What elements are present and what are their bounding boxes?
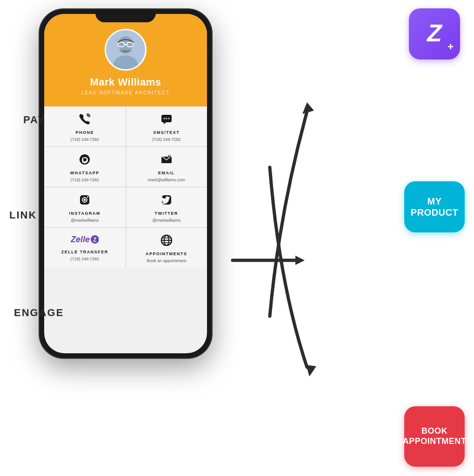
phone-mockup: Mark Williams LEAD SOFTWARE ARCHITECT PH…: [14, 9, 237, 465]
zelle-pay-icon[interactable]: Z +: [409, 8, 460, 60]
contact-twitter[interactable]: TWITTER @markwilliams: [126, 187, 207, 227]
instagram-label: INSTAGRAM: [69, 211, 100, 216]
book-appointment-text: BOOK APPOINTMENT: [403, 426, 467, 446]
instagram-icon: [79, 194, 91, 209]
svg-point-16: [87, 196, 88, 198]
zelle-plus-sign: +: [447, 41, 454, 53]
zelle-z-letter: Z: [427, 21, 442, 45]
svg-text:Z: Z: [93, 237, 97, 243]
sms-label: SMS/TEXT: [153, 130, 180, 135]
instagram-value: @markwilliams: [71, 218, 99, 223]
label-link: LINK: [9, 209, 37, 221]
arrows-diagram: [223, 28, 344, 446]
email-label: EMAIL: [158, 171, 175, 175]
phone-screen: Mark Williams LEAD SOFTWARE ARCHITECT PH…: [44, 14, 207, 353]
contact-grid: PHONE (718) 249-7282 SMS/TEXT: [44, 106, 207, 268]
phone-label: PHONE: [75, 130, 94, 135]
contact-name: Mark Williams: [90, 76, 161, 88]
svg-marker-29: [306, 365, 316, 377]
zelle-label: ZELLE TRANSFER: [61, 250, 108, 254]
svg-marker-27: [302, 102, 314, 114]
label-engage: ENGAGE: [14, 307, 64, 319]
zelle-transfer-icon: Zelle Z: [71, 234, 99, 247]
appointments-icon: [160, 234, 173, 249]
my-product-text: MY PRODUCT: [411, 196, 458, 218]
zelle-value: (718) 249-7282: [70, 257, 99, 261]
svg-point-9: [168, 118, 169, 119]
avatar: [105, 29, 147, 71]
phone-value: (718) 249-7282: [70, 137, 99, 142]
whatsapp-label: WHATSAPP: [70, 171, 100, 175]
book-appointment-icon[interactable]: BOOK APPOINTMENT: [404, 406, 465, 467]
contact-appointments[interactable]: APPOINTMENTS Book an appointment: [126, 228, 207, 268]
whatsapp-value: (718) 249-7282: [70, 178, 99, 182]
email-value: mark@williams.com: [148, 178, 185, 182]
whatsapp-icon: [79, 153, 91, 168]
email-icon: [160, 153, 173, 168]
contact-phone[interactable]: PHONE (718) 249-7282: [44, 106, 126, 146]
contact-zelle[interactable]: Zelle Z ZELLE TRANSFER (718) 249-7282: [44, 228, 126, 268]
twitter-value: @markwilliams: [152, 218, 180, 223]
svg-point-17: [84, 199, 86, 201]
svg-point-7: [163, 118, 165, 119]
sms-value: (718) 249-7282: [152, 137, 181, 142]
contact-whatsapp[interactable]: WHATSAPP (718) 249-7282: [44, 147, 126, 187]
contact-sms[interactable]: SMS/TEXT (718) 249-7282: [126, 106, 207, 146]
label-pay: PAY: [23, 114, 46, 126]
appointments-label: APPOINTMENTS: [146, 251, 187, 256]
svg-point-8: [166, 118, 167, 119]
contact-email[interactable]: EMAIL mark@williams.com: [126, 147, 207, 187]
phone-notch: [95, 9, 156, 22]
twitter-label: TWITTER: [155, 211, 179, 216]
svg-text:Zelle: Zelle: [71, 235, 90, 244]
my-product-icon[interactable]: MY PRODUCT: [404, 181, 465, 232]
contact-title: LEAD SOFTWARE ARCHITECT: [81, 90, 170, 95]
contact-instagram[interactable]: INSTAGRAM @markwilliams: [44, 187, 126, 227]
phone-header: Mark Williams LEAD SOFTWARE ARCHITECT: [44, 14, 207, 106]
sms-icon: [160, 113, 173, 128]
appointments-value: Book an appointment: [147, 258, 186, 263]
phone-frame: Mark Williams LEAD SOFTWARE ARCHITECT PH…: [40, 9, 212, 358]
phone-icon: [79, 113, 91, 128]
svg-marker-28: [295, 256, 305, 265]
twitter-icon: [160, 194, 173, 209]
